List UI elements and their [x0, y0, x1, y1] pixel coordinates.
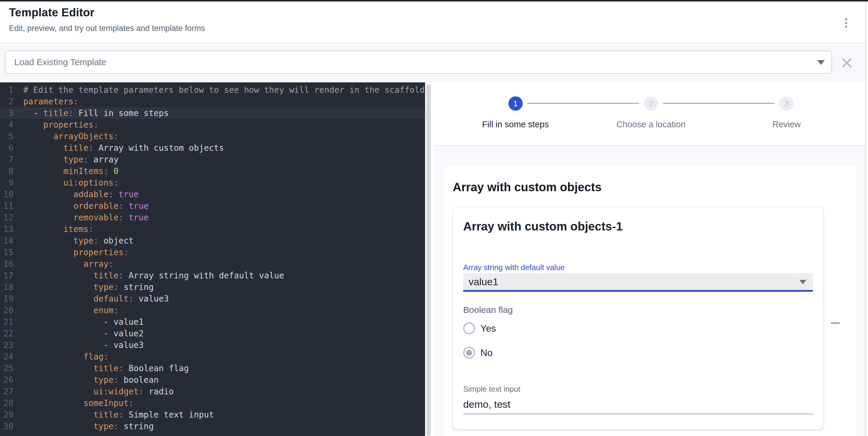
code-line[interactable]: 10 addable: true: [0, 189, 425, 200]
remove-item-button[interactable]: [827, 315, 844, 331]
step-circle: 2: [644, 96, 658, 111]
template-editor-page: Template Editor Edit, preview, and try o…: [0, 0, 868, 436]
code-line[interactable]: 23 - value3: [0, 339, 425, 351]
code-line[interactable]: 15 properties:: [0, 246, 425, 258]
code-text: title: Simple text input: [13, 409, 214, 421]
line-number: 18: [0, 281, 13, 293]
code-line[interactable]: 20 enum:: [0, 305, 425, 316]
line-number: 24: [0, 351, 13, 363]
line-number: 10: [0, 189, 13, 200]
code-text: - value3: [13, 339, 144, 351]
code-text: type: object: [13, 235, 134, 246]
code-lines: 1# Edit the template parameters below to…: [0, 84, 425, 432]
code-line[interactable]: 30 type: string: [0, 421, 425, 432]
line-number: 21: [0, 316, 13, 328]
line-number: 7: [0, 154, 13, 165]
step-label: Choose a location: [617, 120, 685, 129]
code-line[interactable]: 18 type: string: [0, 281, 425, 293]
code-line[interactable]: 5 arrayObjects:: [0, 131, 425, 142]
line-number: 8: [0, 165, 13, 177]
code-line[interactable]: 4 properties:: [0, 119, 425, 131]
code-text: arrayObjects:: [13, 131, 119, 142]
line-number: 14: [0, 235, 13, 246]
code-line[interactable]: 12 removable: true: [0, 212, 425, 223]
code-line[interactable]: 13 items:: [0, 223, 425, 235]
input-underline: [463, 414, 813, 414]
code-text: - title: Fill in some steps: [13, 107, 169, 119]
code-line[interactable]: 2parameters:: [0, 96, 425, 107]
line-number: 9: [0, 177, 13, 189]
radio-option-label: No: [480, 347, 493, 358]
code-line[interactable]: 1# Edit the template parameters below to…: [0, 84, 425, 96]
code-text: removable: true: [13, 212, 149, 223]
code-line[interactable]: 21 - value1: [0, 316, 425, 328]
close-icon: [841, 57, 853, 69]
line-number: 13: [0, 223, 13, 235]
more-options-button[interactable]: [838, 13, 854, 32]
array-string-select[interactable]: value1: [463, 273, 813, 292]
step-connector: [663, 103, 775, 104]
page-header: Template Editor Edit, preview, and try o…: [0, 1, 868, 43]
line-number: 27: [0, 386, 13, 397]
line-number: 23: [0, 339, 13, 351]
code-text: someInput:: [13, 397, 134, 409]
line-number: 3: [0, 107, 13, 119]
wizard-stepper: 1Fill in some steps2Choose a location3Re…: [434, 82, 868, 146]
code-line[interactable]: 7 type: array: [0, 154, 425, 165]
code-text: # Edit the template parameters below to …: [13, 84, 425, 96]
radio-group: YesNo: [463, 320, 813, 361]
step-label: Fill in some steps: [482, 120, 549, 129]
line-number: 22: [0, 328, 13, 339]
code-line[interactable]: 9 ui:options:: [0, 177, 425, 189]
code-line[interactable]: 14 type: object: [0, 235, 425, 246]
code-text: properties:: [13, 119, 98, 131]
code-text: default: value3: [13, 293, 169, 305]
line-number: 29: [0, 409, 13, 421]
main-split: 1# Edit the template parameters below to…: [0, 82, 868, 436]
code-text: type: string: [13, 421, 154, 432]
page-subtitle: Edit, preview, and try out templates and…: [9, 24, 868, 33]
radio-option[interactable]: Yes: [463, 320, 813, 337]
code-line[interactable]: 27 ui:widget: radio: [0, 386, 425, 397]
radio-group-label: Boolean flag: [463, 305, 813, 315]
scrollbar-thumb[interactable]: [426, 84, 431, 436]
code-line[interactable]: 29 title: Simple text input: [0, 409, 425, 421]
code-text: enum:: [13, 305, 119, 316]
code-line[interactable]: 6 title: Array with custom objects: [0, 142, 425, 154]
stepper-step: 1Fill in some steps: [448, 96, 583, 129]
code-text: items:: [13, 223, 93, 235]
code-line[interactable]: 26 type: boolean: [0, 374, 425, 386]
radio-option[interactable]: No: [463, 344, 813, 361]
code-line[interactable]: 25 title: Boolean flag: [0, 363, 425, 374]
code-line[interactable]: 3 - title: Fill in some steps: [0, 107, 425, 119]
template-preview-panel: 1Fill in some steps2Choose a location3Re…: [434, 82, 868, 436]
code-text: type: array: [13, 154, 119, 165]
simple-text-input[interactable]: demo, test: [463, 399, 813, 414]
page-title: Template Editor: [9, 6, 868, 19]
kebab-menu-icon: [845, 19, 847, 28]
radio-icon: [463, 347, 475, 359]
array-item-title: Array with custom objects-1: [463, 220, 813, 233]
code-line[interactable]: 17 title: Array string with default valu…: [0, 270, 425, 281]
code-text: orderable: true: [13, 200, 149, 212]
code-line[interactable]: 8 minItems: 0: [0, 165, 425, 177]
code-line[interactable]: 16 array:: [0, 258, 425, 270]
form-section-card: Array with custom objects Array with cus…: [443, 165, 857, 436]
code-line[interactable]: 28 someInput:: [0, 397, 425, 409]
code-line[interactable]: 19 default: value3: [0, 293, 425, 305]
code-line[interactable]: 22 - value2: [0, 328, 425, 339]
form-content-area: Array with custom objects Array with cus…: [434, 146, 868, 436]
code-line[interactable]: 11 orderable: true: [0, 200, 425, 212]
clear-selection-button[interactable]: [839, 55, 855, 71]
line-number: 26: [0, 374, 13, 386]
yaml-code-editor[interactable]: 1# Edit the template parameters below to…: [0, 82, 425, 436]
caret-down-icon: [817, 60, 825, 65]
code-text: parameters:: [13, 96, 78, 107]
code-text: - value1: [13, 316, 144, 328]
editor-scroll-gutter: [425, 82, 434, 436]
code-line[interactable]: 24 flag:: [0, 351, 425, 363]
text-field-label: Simple text input: [463, 384, 813, 394]
load-existing-template-select[interactable]: Load Existing Template: [5, 51, 832, 74]
step-circle: 1: [508, 96, 523, 111]
code-text: ui:widget: radio: [13, 386, 174, 397]
